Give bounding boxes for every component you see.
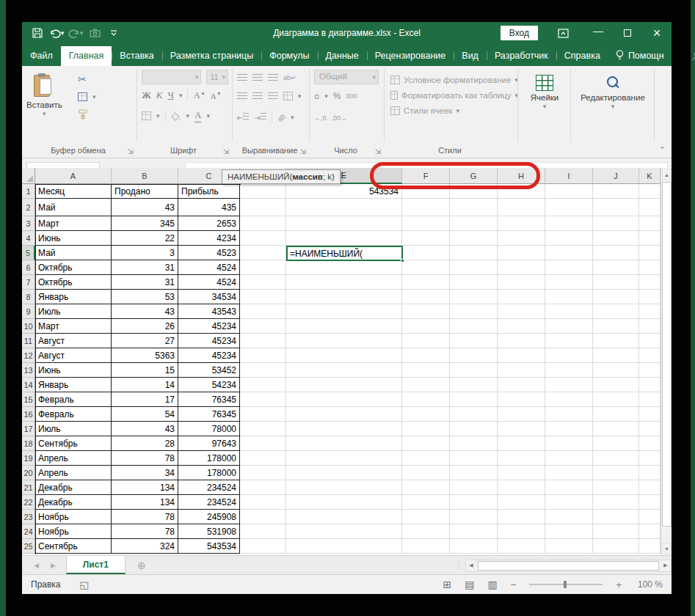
cell-H15[interactable] (498, 392, 545, 407)
cell-F11[interactable] (402, 334, 450, 348)
cell-A6[interactable]: Октябрь (35, 260, 112, 275)
cell-E6[interactable] (286, 260, 402, 275)
cell-H13[interactable] (498, 363, 545, 378)
shrink-font-button[interactable]: A▼ (211, 91, 222, 100)
cell-D4[interactable] (240, 231, 286, 246)
cell-C25[interactable]: 543534 (178, 539, 240, 554)
cell-A20[interactable]: Апрель (35, 466, 112, 480)
format-as-table-button[interactable]: Форматировать как таблицу▾ (385, 87, 518, 103)
cell-A22[interactable]: Декабрь (35, 495, 112, 510)
cell-K3[interactable] (639, 216, 661, 231)
cell-C3[interactable]: 2653 (178, 216, 240, 231)
cell-C6[interactable]: 4524 (178, 260, 240, 275)
close-button[interactable]: × (642, 22, 672, 44)
cell-C15[interactable]: 76345 (178, 392, 240, 407)
cell-H12[interactable] (498, 348, 545, 363)
cell-A1[interactable]: Месяц (35, 184, 112, 199)
cell-K19[interactable] (639, 451, 661, 466)
cell-J11[interactable] (593, 334, 639, 348)
cell-K23[interactable] (639, 510, 661, 524)
vertical-scrollbar[interactable]: ▲ ▼ (661, 168, 672, 555)
cell-F17[interactable] (402, 422, 450, 436)
cell-D2[interactable] (240, 199, 286, 216)
column-header-H[interactable]: H (498, 168, 545, 184)
cell-C20[interactable]: 178000 (178, 466, 240, 480)
cell-A9[interactable]: Июль (35, 304, 112, 319)
cell-K18[interactable] (639, 436, 661, 451)
cell-H11[interactable] (498, 334, 545, 348)
copy-icon[interactable] (78, 92, 87, 101)
cell-G7[interactable] (450, 275, 498, 290)
zoom-slider[interactable] (529, 584, 603, 585)
cell-A3[interactable]: Март (35, 216, 112, 231)
cell-I11[interactable] (545, 334, 593, 348)
collapse-ribbon-icon[interactable]: ⌃ (659, 145, 666, 155)
cell-J19[interactable] (593, 451, 639, 466)
cell-G9[interactable] (450, 304, 498, 319)
align-right-icon[interactable] (268, 92, 278, 100)
cell-F5[interactable] (402, 246, 450, 260)
cell-E8[interactable] (286, 290, 402, 304)
cell-I1[interactable] (545, 184, 593, 199)
number-dialog-launcher[interactable]: ⇲ (375, 147, 381, 155)
cell-F3[interactable] (402, 216, 450, 231)
alignment-dialog-launcher[interactable]: ⇲ (300, 147, 306, 155)
cell-C16[interactable]: 76345 (178, 407, 240, 422)
ribbon-display-options-icon[interactable] (548, 22, 578, 44)
cell-A19[interactable]: Апрель (35, 451, 112, 466)
cell-K15[interactable] (639, 392, 661, 407)
clipboard-dialog-launcher[interactable]: ⇲ (128, 147, 134, 155)
cell-A25[interactable]: Сентябрь (35, 539, 112, 554)
cell-I12[interactable] (545, 348, 593, 363)
cell-C19[interactable]: 178000 (178, 451, 240, 466)
ribbon-tab-Вид[interactable]: Вид (454, 46, 487, 66)
cell-F22[interactable] (402, 495, 450, 510)
scroll-left-icon[interactable]: ◀ (466, 561, 476, 571)
cell-E15[interactable] (286, 392, 402, 407)
cell-G2[interactable] (450, 199, 498, 216)
cell-B21[interactable]: 134 (112, 480, 178, 495)
ribbon-tab-Главная[interactable]: Главная (61, 46, 112, 66)
cell-J21[interactable] (593, 480, 639, 495)
increase-decimal-icon[interactable]: ←,0 (314, 114, 327, 122)
cell-G18[interactable] (450, 436, 498, 451)
cell-E3[interactable] (286, 216, 402, 231)
cell-I22[interactable] (545, 495, 593, 510)
align-bottom-icon[interactable] (268, 74, 278, 81)
cell-D25[interactable] (240, 539, 286, 554)
increase-indent-icon[interactable]: ⇥ (254, 113, 266, 122)
cell-G17[interactable] (450, 422, 498, 436)
cell-I2[interactable] (545, 199, 593, 216)
cell-F13[interactable] (402, 363, 450, 378)
cell-F9[interactable] (402, 304, 450, 319)
cell-H1[interactable] (498, 184, 545, 199)
cell-K16[interactable] (639, 407, 661, 422)
row-header-9[interactable]: 9 (22, 304, 35, 319)
font-dialog-launcher[interactable]: ⇲ (223, 147, 229, 155)
cell-E21[interactable] (286, 480, 402, 495)
scroll-right-icon[interactable]: ▶ (661, 561, 671, 571)
cell-K5[interactable] (639, 246, 661, 260)
cell-B8[interactable]: 53 (112, 290, 178, 304)
cell-J13[interactable] (593, 363, 639, 378)
cell-G24[interactable] (450, 524, 498, 539)
cell-H9[interactable] (498, 304, 545, 319)
cell-G14[interactable] (450, 378, 498, 392)
cell-A8[interactable]: Январь (35, 290, 112, 304)
cell-F18[interactable] (402, 436, 450, 451)
column-header-F[interactable]: F (402, 168, 450, 184)
column-header-G[interactable]: G (450, 168, 498, 184)
cell-C13[interactable]: 53452 (178, 363, 240, 378)
cell-A17[interactable]: Июль (35, 422, 112, 436)
ribbon-tab-Разметка страницы[interactable]: Разметка страницы (162, 46, 261, 66)
cell-I3[interactable] (545, 216, 593, 231)
cell-C10[interactable]: 45234 (178, 319, 240, 334)
cell-J12[interactable] (593, 348, 639, 363)
paste-button[interactable]: Вставить ▾ (26, 67, 62, 138)
share-button[interactable]: Поделиться (685, 46, 695, 66)
cell-B19[interactable]: 78 (112, 451, 178, 466)
cell-D19[interactable] (240, 451, 286, 466)
cell-H6[interactable] (498, 260, 545, 275)
cell-B13[interactable]: 15 (112, 363, 178, 378)
row-header-8[interactable]: 8 (22, 290, 35, 304)
